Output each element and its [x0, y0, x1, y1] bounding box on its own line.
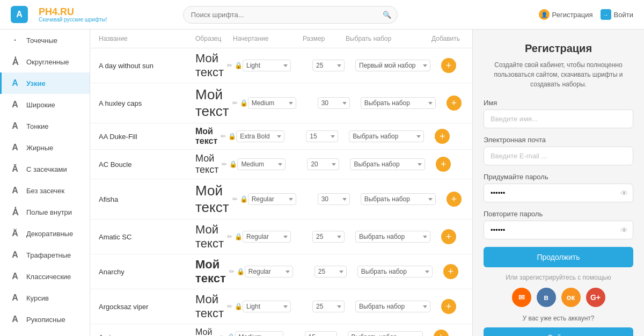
name-input[interactable] — [484, 109, 633, 128]
sidebar-label: Точечные — [26, 36, 57, 45]
search-icon[interactable]: 🔍 — [383, 11, 391, 19]
register-button[interactable]: 👤 Регистрация — [539, 9, 593, 20]
social-mail-button[interactable]: ✉ — [512, 288, 531, 307]
sidebar-item-округленные[interactable]: Ȧ Округленные — [0, 51, 90, 72]
add-button[interactable]: + — [441, 229, 456, 244]
edit-icon[interactable]: ✏ — [232, 195, 238, 203]
set-select[interactable]: Выбрать набор Первый мой набор Второй на… — [350, 158, 425, 170]
add-button[interactable]: + — [443, 264, 458, 279]
search-input[interactable] — [183, 6, 398, 24]
set-select[interactable]: Выбрать набор Первый мой набор Второй на… — [349, 130, 424, 142]
set-select[interactable]: Выбрать набор Первый мой набор Второй на… — [361, 193, 436, 205]
col-size: Размер — [303, 35, 346, 42]
sidebar-item-трафаретные[interactable]: A Трафаретные — [0, 244, 90, 266]
edit-icon[interactable]: ✏ — [227, 62, 232, 69]
size-select[interactable]: 25 10152025303540 — [312, 60, 345, 71]
email-input[interactable] — [484, 147, 633, 165]
sidebar-item-рукописные[interactable]: A Рукописные — [0, 309, 90, 330]
sidebar-item-национальные[interactable]: A Национальные — [0, 330, 90, 336]
lock-icon[interactable]: 🔒 — [229, 160, 237, 168]
sidebar-item-классические[interactable]: A Классические — [0, 266, 90, 287]
size-select[interactable]: 30 10152025303540 — [318, 193, 350, 205]
font-preview: Мой текст — [195, 127, 217, 146]
add-button[interactable]: + — [436, 157, 451, 172]
sidebar-item-декоративные[interactable]: Ä Декоративные — [0, 223, 90, 244]
add-button[interactable]: + — [435, 129, 450, 144]
style-select[interactable]: Medium Light Regular Medium Bold Extra B… — [237, 158, 286, 170]
edit-icon[interactable]: ✏ — [232, 99, 238, 107]
set-select[interactable]: Первый мой набор Первый мой набор Второй… — [355, 60, 430, 71]
sidebar-icon: Ȧ — [9, 206, 21, 218]
main-layout: · Точечные Ȧ Округленные A Узкие A Широк… — [0, 30, 644, 336]
size-cell: 25 10152025303540 — [312, 301, 355, 312]
add-button[interactable]: + — [441, 299, 456, 314]
add-button[interactable]: + — [447, 192, 462, 207]
logo-subtitle: Скачивай русские шрифты! — [39, 17, 107, 23]
sidebar-item-без-засечек[interactable]: A Без засечек — [0, 180, 90, 201]
sidebar-item-точечные[interactable]: · Точечные — [0, 30, 90, 51]
edit-icon[interactable]: ✏ — [227, 303, 232, 310]
sidebar-item-тонкие[interactable]: A Тонкие — [0, 115, 90, 137]
lock-icon[interactable]: 🔒 — [235, 233, 243, 240]
size-select[interactable]: 20 10152025303540 — [307, 158, 339, 170]
set-select[interactable]: Выбрать набор Первый мой набор Второй на… — [355, 301, 430, 312]
size-select[interactable]: 15 10152025303540 — [305, 331, 337, 336]
style-select[interactable]: Light Light Regular Medium Bold Extra Bo… — [243, 301, 291, 312]
style-select[interactable]: Medium Light Regular Medium Bold Extra B… — [235, 331, 283, 336]
sidebar-item-с-засечками[interactable]: Ā С засечками — [0, 158, 90, 180]
style-select[interactable]: Regular Light Regular Medium Bold Extra … — [248, 193, 296, 205]
continue-button[interactable]: Продолжить — [484, 247, 633, 267]
style-select[interactable]: Medium Light Regular Medium Bold Extra B… — [248, 97, 296, 109]
sidebar-item-курсив[interactable]: A Курсив — [0, 287, 90, 309]
size-select[interactable]: 25 10152025303540 — [312, 301, 345, 312]
social-vk-button[interactable]: в — [537, 288, 556, 307]
style-select[interactable]: Regular Light Regular Medium Bold Extra … — [245, 266, 293, 277]
size-select[interactable]: 25 10152025303540 — [312, 231, 345, 243]
edit-icon[interactable]: ✏ — [229, 268, 235, 275]
set-select[interactable]: Выбрать набор Первый мой набор Второй на… — [355, 231, 430, 243]
sidebar-item-узкие[interactable]: A Узкие — [0, 72, 90, 94]
edit-icon[interactable]: ✏ — [221, 133, 226, 140]
sidebar-item-жирные[interactable]: A Жирные — [0, 137, 90, 158]
set-select[interactable]: Выбрать набор Первый мой набор Второй на… — [357, 266, 433, 277]
eye-icon-2[interactable]: 👁 — [620, 226, 628, 235]
style-select[interactable]: Extra Bold Light Regular Medium Bold Ext… — [236, 130, 284, 142]
size-select[interactable]: 15 10152025303540 — [306, 130, 338, 142]
style-select[interactable]: Regular Light Regular Medium Bold Extra … — [243, 231, 291, 243]
lock-icon[interactable]: 🔒 — [240, 99, 248, 107]
search-wrap: 🔍 — [183, 6, 398, 24]
size-select[interactable]: 30 10152025303540 — [318, 97, 350, 109]
style-select[interactable]: Light Light Regular Medium Bold Extra Bo… — [243, 60, 291, 71]
edit-icon[interactable]: ✏ — [222, 160, 227, 168]
login-header-button[interactable]: → Войти — [601, 9, 633, 20]
lock-icon[interactable]: 🔒 — [228, 133, 236, 140]
font-name: A huxley caps — [99, 99, 195, 107]
registration-panel: Регистрация Создайте свой кабинет, чтобы… — [472, 30, 644, 336]
edit-icon[interactable]: ✏ — [219, 333, 225, 336]
add-button[interactable]: + — [441, 58, 456, 73]
add-button[interactable]: + — [447, 96, 462, 111]
sidebar-item-широкие[interactable]: A Широкие — [0, 94, 90, 115]
password2-input[interactable] — [484, 221, 633, 239]
sidebar-label: Округленные — [26, 58, 69, 66]
login-panel-button[interactable]: Войти — [484, 327, 633, 336]
eye-icon-1[interactable]: 👁 — [620, 189, 628, 198]
social-ok-button[interactable]: ок — [561, 288, 581, 307]
add-button[interactable]: + — [434, 330, 449, 336]
lock-icon[interactable]: 🔒 — [237, 268, 245, 275]
set-select[interactable]: Выбрать набор Первый мой набор Второй на… — [361, 97, 436, 109]
sidebar-icon: A — [9, 185, 21, 196]
lock-icon[interactable]: 🔒 — [227, 333, 235, 336]
lock-icon[interactable]: 🔒 — [235, 303, 243, 310]
edit-icon[interactable]: ✏ — [227, 233, 232, 240]
set-select[interactable]: Выбрать набор Первый мой набор Второй на… — [348, 331, 423, 336]
sidebar-item-полые-внутри[interactable]: Ȧ Полые внутри — [0, 201, 90, 223]
header-right: 👤 Регистрация → Войти — [539, 9, 633, 20]
lock-icon[interactable]: 🔒 — [235, 62, 243, 69]
social-google-button[interactable]: G+ — [586, 288, 605, 307]
lock-icon[interactable]: 🔒 — [240, 195, 248, 203]
table-row: AA Duke-Fill Мой текст ✏ 🔒 Extra Bold Li… — [90, 123, 472, 150]
size-select[interactable]: 25 10152025303540 — [314, 266, 347, 277]
password-input[interactable] — [484, 184, 633, 202]
edit-icons: ✏ 🔒 — [229, 268, 245, 275]
